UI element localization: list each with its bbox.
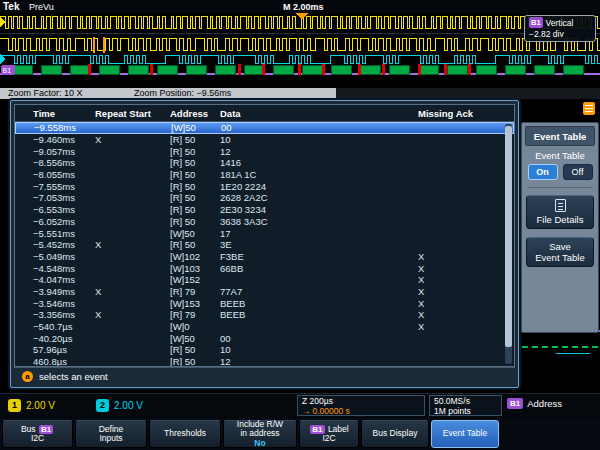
table-row[interactable]: −6.553ms[R] 502E30 3234: [15, 204, 514, 216]
menu-label: Inputs: [99, 433, 122, 443]
cell-data: F3BE: [220, 251, 418, 262]
cell-address: [R] 50: [170, 344, 220, 355]
missing-ack-mark: [468, 64, 471, 75]
event-table-on-button[interactable]: On: [528, 164, 558, 180]
cell-time: −5.551ms: [33, 228, 95, 239]
table-row[interactable]: −9.057ms[R] 5012: [15, 145, 514, 157]
cell-address: [R] 79: [170, 286, 220, 297]
cell-data: 1E20 2224: [220, 181, 418, 192]
menu-button-bus-display[interactable]: Bus Display: [361, 420, 429, 448]
cell-time: −9.460ms: [33, 134, 95, 145]
cell-data: 10: [220, 134, 418, 145]
table-row[interactable]: −8.556ms[R] 501416: [15, 157, 514, 169]
cell-time: −9.558ms: [34, 122, 96, 133]
event-table-off-button[interactable]: Off: [563, 164, 593, 180]
cell-address: [W]102: [170, 251, 220, 262]
cell-address: [W]50: [170, 333, 220, 344]
table-row[interactable]: −3.949msX[R] 7977A7X: [15, 286, 514, 298]
menu-button-include-rw[interactable]: Include R/Win addressNo: [223, 420, 297, 448]
b1-status-badge: B1: [507, 398, 523, 409]
vertical-value: −2.82 div: [529, 29, 591, 40]
menu-label: Bus: [21, 424, 38, 434]
ch2-trace-segment: [556, 353, 590, 354]
cell-address: [R] 50: [170, 192, 220, 203]
cell-address: [R] 50: [170, 169, 220, 180]
table-row[interactable]: −6.052ms[R] 503638 3A3C: [15, 216, 514, 228]
menu-button-bus[interactable]: Bus B1I2C: [2, 420, 73, 448]
decode-box: [447, 65, 467, 74]
menu-button-thresholds[interactable]: Thresholds: [149, 420, 221, 448]
missing-ack-mark: [444, 64, 447, 75]
status-bar: 1 2.00 V 2 2.00 V Z 200µs →0.00000 s 50.…: [0, 393, 600, 417]
decode-box: [128, 65, 148, 74]
acquisition-mode: PreVu: [29, 2, 54, 12]
menu-label: Include R/W: [237, 419, 283, 429]
cell-address: [W]153: [170, 298, 220, 309]
table-row[interactable]: −540.7µs[W]0X: [15, 321, 514, 333]
table-row[interactable]: −5.452msX[R] 503E: [15, 239, 514, 251]
decode-box: [360, 65, 380, 74]
side-menu: Event Table Event Table On Off File Deta…: [521, 122, 599, 333]
file-details-button[interactable]: File Details: [526, 195, 594, 229]
cell-address: [W]103: [170, 263, 220, 274]
menu-button-define-inputs[interactable]: DefineInputs: [75, 420, 147, 448]
cell-time: −4.548ms: [33, 263, 95, 274]
main-area: Time Repeat Start Address Data Missing A…: [0, 99, 600, 393]
cell-address: [W]0: [170, 321, 220, 332]
save-event-table-button[interactable]: Save Event Table: [526, 237, 594, 267]
menu-line: I2C: [322, 434, 335, 444]
menu-label: No: [254, 438, 265, 448]
menu-label: I2C: [322, 433, 335, 443]
table-row[interactable]: −4.548ms[W]10366BBX: [15, 262, 514, 274]
cell-address: [W]50: [170, 228, 220, 239]
cell-data: 181A 1C: [220, 169, 418, 180]
acquisition-box: 50.0MS/s 1M points: [429, 395, 502, 416]
menu-button-b1-label[interactable]: B1 LabelI2C: [299, 420, 359, 448]
cell-data: BEEB: [220, 298, 418, 309]
event-table-scrollbar[interactable]: [505, 124, 512, 364]
cell-data: 00: [220, 333, 418, 344]
cell-ack: X: [418, 286, 514, 297]
table-row[interactable]: −4.047ms[W]152X: [15, 274, 514, 286]
side-menu-title: Event Table: [525, 126, 595, 146]
table-row[interactable]: −3.546ms[W]153BEEBX: [15, 297, 514, 309]
cell-data: 12: [220, 146, 418, 157]
table-row[interactable]: 460.8µs[R] 5012: [15, 356, 514, 367]
save-label-line1: Save: [527, 241, 593, 252]
cell-ack: X: [418, 263, 514, 274]
table-row[interactable]: −40.20µs[W]5000: [15, 332, 514, 344]
menu-label: Event Table: [443, 428, 487, 438]
menu-line: Event Table: [443, 429, 487, 439]
cell-ack: X: [418, 298, 514, 309]
table-row[interactable]: −9.558ms[W]5000: [15, 122, 514, 134]
menu-button-event-table[interactable]: Event Table: [431, 420, 499, 448]
missing-ack-mark: [238, 64, 241, 75]
table-row[interactable]: −5.551ms[W]5017: [15, 227, 514, 239]
table-row[interactable]: −7.053ms[R] 502628 2A2C: [15, 192, 514, 204]
cell-address: [W]50: [171, 122, 221, 133]
menu-label: in address: [240, 428, 279, 438]
dialog-footer: a selects an event: [14, 367, 515, 384]
missing-ack-mark: [88, 64, 91, 75]
cell-address: [R] 50: [170, 134, 220, 145]
cell-data: 2628 2A2C: [220, 192, 418, 203]
table-row[interactable]: 57.96µs[R] 5010: [15, 344, 514, 356]
cell-repeat: X: [95, 286, 170, 297]
cell-repeat: X: [95, 239, 170, 250]
event-table-toggle: On Off: [525, 164, 595, 180]
cell-data: 12: [220, 356, 418, 367]
table-row[interactable]: −5.049ms[W]102F3BEX: [15, 251, 514, 263]
col-address: Address: [170, 108, 220, 119]
col-data: Data: [220, 108, 418, 119]
cell-time: −3.356ms: [33, 309, 95, 320]
table-row[interactable]: −7.555ms[R] 501E20 2224: [15, 180, 514, 192]
event-table-header: Time Repeat Start Address Data Missing A…: [15, 105, 514, 122]
scrollbar-thumb[interactable]: [505, 126, 512, 347]
table-row[interactable]: −8.055ms[R] 50181A 1C: [15, 169, 514, 181]
cell-data: 00: [221, 122, 419, 133]
menu-line: I2C: [31, 434, 44, 444]
table-row[interactable]: −9.460msX[R] 5010: [15, 134, 514, 146]
decode-trace-segment: [522, 346, 600, 348]
table-row[interactable]: −3.356msX[R] 79BEEBX: [15, 309, 514, 321]
zoom-window-right-tick: [103, 37, 105, 53]
